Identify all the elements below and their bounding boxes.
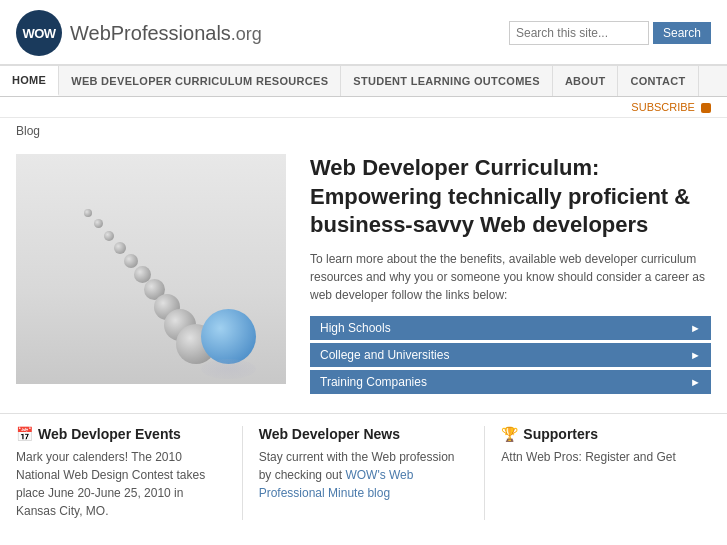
nav-item-outcomes[interactable]: STUDENT LEARNING OUTCOMES (341, 66, 553, 96)
news-title-text: Web Developer News (259, 426, 400, 442)
news-text: Stay current with the Web profession by … (259, 448, 469, 502)
main-content: Web Developer Curriculum: Empowering tec… (0, 144, 727, 413)
bottom-section: 📅 Web Devloper Events Mark your calender… (0, 413, 727, 532)
ball-1 (84, 209, 92, 217)
breadcrumb-text: Blog (16, 124, 40, 138)
calendar-icon: 📅 (16, 426, 33, 442)
site-title: WebProfessionals.org (70, 22, 262, 45)
arrow-icon-0: ► (690, 322, 701, 334)
site-suffix: .org (231, 24, 262, 44)
ball-reflection (201, 359, 256, 379)
divider-2 (484, 426, 485, 520)
hero-description: To learn more about the the benefits, av… (310, 250, 711, 304)
subscribe-label[interactable]: SUBSCRIBE (631, 101, 695, 113)
site-name: WebProfessionals (70, 22, 231, 44)
events-title-text: Web Devloper Events (38, 426, 181, 442)
ball-5 (124, 254, 138, 268)
search-button[interactable]: Search (653, 22, 711, 44)
events-column: 📅 Web Devloper Events Mark your calender… (16, 426, 226, 520)
logo-area: WOW WebProfessionals.org (16, 10, 262, 56)
hero-text: Web Developer Curriculum: Empowering tec… (302, 154, 711, 397)
cta-label-2: Training Companies (320, 375, 427, 389)
nav-item-curriculum[interactable]: WEB DEVELOPER CURRICULUM RESOURCES (59, 66, 341, 96)
supporters-column: 🏆 Supporters Attn Web Pros: Register and… (501, 426, 711, 520)
search-input[interactable] (509, 21, 649, 45)
events-title: 📅 Web Devloper Events (16, 426, 226, 442)
cta-label-1: College and Universities (320, 348, 449, 362)
news-title: Web Developer News (259, 426, 469, 442)
news-column: Web Developer News Stay current with the… (259, 426, 469, 520)
supporters-text: Attn Web Pros: Register and Get (501, 448, 711, 466)
rss-icon[interactable] (701, 103, 711, 113)
subscribe-bar: SUBSCRIBE (0, 97, 727, 118)
hero-image (16, 154, 286, 384)
events-text: Mark your calenders! The 2010 National W… (16, 448, 226, 520)
hero-heading: Web Developer Curriculum: Empowering tec… (310, 154, 711, 240)
cta-buttons: High Schools ► College and Universities … (310, 316, 711, 394)
cta-training[interactable]: Training Companies ► (310, 370, 711, 394)
breadcrumb: Blog (0, 118, 727, 144)
ball-blue (201, 309, 256, 364)
balls-visualization (16, 154, 286, 384)
nav-item-home[interactable]: HOME (0, 66, 59, 96)
cta-label-0: High Schools (320, 321, 391, 335)
ball-4 (114, 242, 126, 254)
search-area: Search (509, 21, 711, 45)
header: WOW WebProfessionals.org Search (0, 0, 727, 65)
ball-2 (94, 219, 103, 228)
nav-item-about[interactable]: ABOUT (553, 66, 619, 96)
supporters-title-text: Supporters (523, 426, 598, 442)
logo-text: WOW (22, 26, 55, 41)
ball-3 (104, 231, 114, 241)
logo-icon[interactable]: WOW (16, 10, 62, 56)
arrow-icon-1: ► (690, 349, 701, 361)
nav-item-contact[interactable]: CONTACT (618, 66, 698, 96)
cta-colleges[interactable]: College and Universities ► (310, 343, 711, 367)
supporters-title: 🏆 Supporters (501, 426, 711, 442)
trophy-icon: 🏆 (501, 426, 518, 442)
navigation: HOME WEB DEVELOPER CURRICULUM RESOURCES … (0, 65, 727, 97)
divider-1 (242, 426, 243, 520)
arrow-icon-2: ► (690, 376, 701, 388)
cta-high-schools[interactable]: High Schools ► (310, 316, 711, 340)
